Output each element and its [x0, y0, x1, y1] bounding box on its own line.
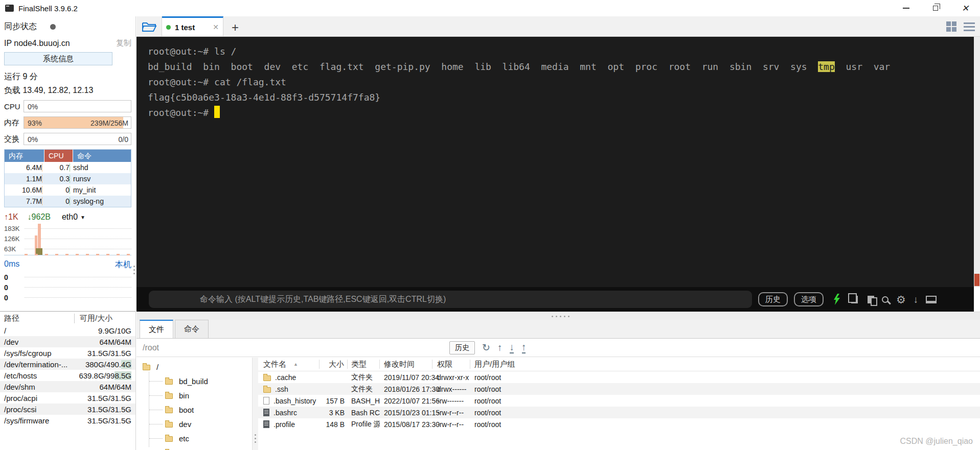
terminal-output[interactable]: root@out:~# ls /bd_build bin boot dev et…	[136, 37, 974, 287]
swap-meter-label: 交换	[4, 134, 24, 144]
file-type-icon	[263, 387, 271, 393]
new-tab-button[interactable]: +	[232, 21, 239, 34]
refresh-icon[interactable]: ↻	[482, 343, 490, 352]
tree-scrollbar-grip[interactable]	[255, 434, 256, 443]
column-header-mtime[interactable]: 修改时间	[380, 360, 432, 369]
close-button[interactable]: ✕	[950, 0, 980, 16]
tab-close-icon[interactable]: ✕	[213, 23, 219, 31]
net-graph-ylabel: 126K	[4, 235, 19, 243]
ping-graph-ylabel: 0	[4, 283, 8, 292]
lightning-icon[interactable]	[833, 294, 840, 305]
download-icon[interactable]: ↓	[509, 342, 514, 353]
search-icon[interactable]	[882, 296, 888, 303]
process-mem: 6.4M	[5, 163, 42, 172]
network-graph: 183K 126K 63K	[4, 224, 131, 255]
options-button[interactable]: 选项	[794, 292, 824, 306]
tab-files[interactable]: 文件	[140, 320, 173, 338]
watermark: CSDN @julien_qiao	[900, 437, 973, 446]
path-input[interactable]	[143, 343, 449, 352]
disk-mount-path: /etc/hosts	[4, 371, 76, 380]
tree-scrollbar[interactable]	[252, 358, 258, 450]
process-table-header[interactable]: 内存 CPU 命令	[5, 150, 131, 162]
tree-item-label: etc	[179, 434, 189, 443]
file-name: .profile	[274, 420, 295, 429]
file-row[interactable]: .bash_history 157 B BASH_HI... 2022/10/0…	[258, 395, 980, 407]
load-average-label: 负载 13.49, 12.82, 12.13	[4, 85, 131, 96]
process-row[interactable]: 7.7M 0 syslog-ng	[5, 196, 131, 207]
tab-commands[interactable]: 命令	[175, 320, 209, 338]
parent-directory-icon[interactable]: ↑	[497, 343, 503, 352]
file-row[interactable]: .profile 148 B Profile 源... 2015/08/17 2…	[258, 418, 980, 430]
process-header-cpu[interactable]: CPU	[44, 150, 73, 162]
layout-grid-icon[interactable]	[946, 21, 951, 26]
process-cpu: 0.3	[42, 175, 70, 183]
upload-icon[interactable]: ↑	[521, 342, 527, 353]
file-row[interactable]: .ssh 文件夹 2018/01/26 17:30 drwx------ roo…	[258, 383, 980, 395]
gear-icon[interactable]: ⚙	[896, 294, 906, 305]
menu-icon[interactable]	[964, 22, 975, 24]
file-row[interactable]: .cache 文件夹 2019/11/07 20:34 drwxr-xr-x r…	[258, 371, 980, 383]
folder-icon	[165, 408, 173, 413]
file-size: 157 B	[320, 397, 348, 405]
splitter-handle[interactable]	[552, 316, 569, 317]
monitor-sidebar: 同步状态 IP node4.buuoj.cn 复制 系统信息 运行 9 分 负载…	[0, 16, 136, 450]
path-history-button[interactable]: 历史	[449, 341, 475, 354]
scrollbar-marker[interactable]	[974, 274, 979, 286]
process-header-mem[interactable]: 内存	[5, 150, 44, 162]
disk-avail-size: 64M/64M	[99, 383, 131, 391]
tree-item[interactable]: dev	[136, 417, 252, 431]
disk-mount-path: /dev	[4, 338, 76, 346]
open-connection-button[interactable]	[136, 16, 162, 36]
sort-ascending-icon: ▲	[293, 360, 298, 369]
copy-icon[interactable]	[851, 296, 858, 303]
system-info-button[interactable]: 系统信息	[4, 52, 112, 65]
disk-avail-size: 31.5G/31.5G	[87, 405, 131, 414]
column-header-owner[interactable]: 用户/用户组	[470, 360, 543, 369]
process-mem: 7.7M	[5, 197, 42, 205]
disk-avail-size: 380G/490.4G	[85, 360, 131, 369]
paste-icon[interactable]	[868, 296, 874, 303]
column-header-name[interactable]: 文件名▲	[258, 360, 320, 369]
panel-splitter[interactable]	[136, 312, 980, 320]
disk-mount-path: /proc/acpi	[4, 394, 76, 402]
disk-avail-size: 639.8G/998.5G	[79, 371, 131, 380]
file-mtime: 2018/01/26 17:30	[380, 385, 432, 393]
command-input[interactable]	[149, 291, 752, 308]
file-size: 3 KB	[320, 409, 348, 417]
column-header-perm[interactable]: 权限	[432, 360, 470, 369]
column-header-size[interactable]: 大小	[320, 360, 348, 369]
sidebar-resize-grip[interactable]	[133, 266, 135, 281]
scroll-down-icon[interactable]: ↓	[914, 295, 919, 304]
tab-terminal-session[interactable]: 1 test ✕	[162, 16, 223, 36]
folder-icon	[165, 422, 173, 428]
file-row[interactable]: .bashrc 3 KB Bash RC ... 2015/10/23 01:1…	[258, 407, 980, 418]
tree-item[interactable]: bd_build	[136, 374, 252, 388]
restore-button[interactable]	[921, 0, 950, 16]
minimize-button[interactable]	[891, 0, 921, 16]
net-graph-ylabel: 183K	[4, 225, 19, 232]
tree-item[interactable]: boot	[136, 402, 252, 417]
history-button[interactable]: 历史	[758, 292, 788, 306]
directory-tree: / bd_build bin	[136, 358, 252, 450]
tree-item[interactable]: etc	[136, 431, 252, 445]
terminal-cursor	[214, 106, 220, 118]
swap-meter: 0% 0/0	[24, 133, 131, 145]
folder-icon	[165, 393, 173, 399]
process-row[interactable]: 10.6M 0 my_init	[5, 184, 131, 196]
process-row[interactable]: 6.4M 0.7 sshd	[5, 162, 131, 173]
process-row[interactable]: 1.1M 0.3 runsv	[5, 173, 131, 184]
tree-item[interactable]: home	[136, 445, 252, 450]
close-icon: ✕	[962, 3, 969, 14]
file-owner: root/root	[470, 409, 543, 417]
tree-item-root[interactable]: /	[136, 360, 252, 374]
column-header-type[interactable]: 类型	[348, 360, 380, 369]
tree-item[interactable]: bin	[136, 388, 252, 402]
terminal-scrollbar[interactable]	[974, 37, 980, 287]
ping-target[interactable]: 本机	[115, 259, 131, 270]
file-permissions: -rw-r--r--	[432, 420, 470, 429]
process-header-cmd[interactable]: 命令	[73, 150, 131, 162]
monitor-icon[interactable]	[926, 296, 937, 303]
file-manager-panel: 文件 命令 历史 ↻ ↑ ↓ ↑ /	[136, 320, 980, 450]
interface-selector[interactable]: eth0▼	[62, 212, 85, 222]
copy-ip-link[interactable]: 复制	[116, 38, 131, 48]
